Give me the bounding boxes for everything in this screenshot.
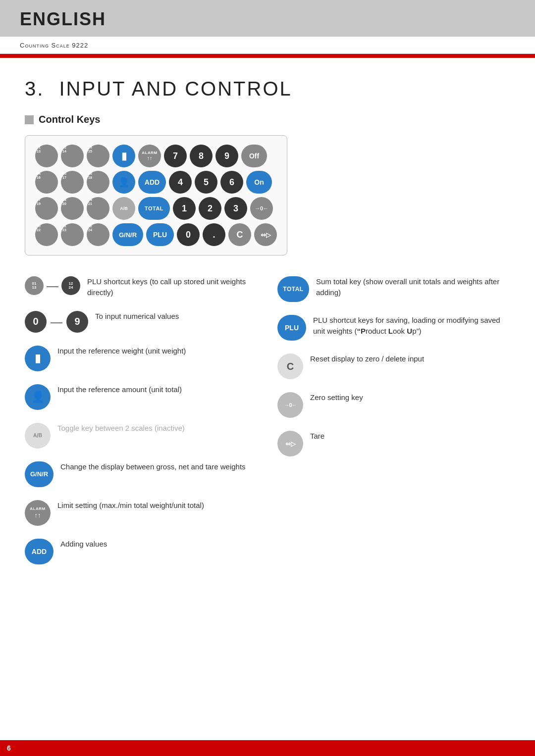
key-01-13[interactable]: 0113 (35, 145, 58, 167)
key-c[interactable]: C (228, 223, 251, 246)
description-grid: 01 13 — 12 24 PLU shortcut keys (to call… (25, 276, 510, 577)
desc-ref-label: Input the reference amount (unit total) (57, 384, 182, 395)
desc-ref-key: 👤 Input the reference amount (unit total… (25, 384, 258, 410)
key-plu[interactable]: PLU (146, 223, 174, 246)
key-dot[interactable]: . (203, 223, 225, 246)
desc-c-label: Reset display to zero / delete input (310, 353, 424, 364)
desc-alarm-label: Limit setting (max./min total weight/uni… (57, 500, 204, 511)
section-number: 3. (25, 78, 44, 100)
desc-ref-icon: 👤 (25, 384, 51, 410)
square-bullet-icon (25, 115, 34, 124)
desc-total-label: Sum total key (show overall unit totals … (316, 276, 510, 298)
key-7[interactable]: 7 (164, 145, 187, 167)
keypad-row-1: 0113 0214 0315 ▮ ALARM ↑↑ 7 8 (35, 145, 277, 167)
key-07-19[interactable]: 0719 (35, 197, 58, 220)
desc-total-key: TOTAL Sum total key (show overall unit t… (277, 276, 510, 302)
key-alarm[interactable]: ALARM ↑↑ (138, 145, 161, 167)
desc-ab-icon: A/B (25, 423, 51, 449)
desc-plu-key: PLU PLU shortcut keys for saving, loadin… (277, 315, 510, 341)
desc-add-text: Adding values (60, 539, 107, 550)
plu-circle-start: 01 13 (25, 276, 44, 295)
desc-gnr-key: G/N/R Change the display between gross, … (25, 461, 258, 487)
key-total[interactable]: TOTAL (138, 197, 170, 220)
desc-zero-text: Zero setting key (310, 392, 363, 403)
key-tare[interactable]: ⇔▷ (254, 223, 277, 246)
main-content: 3. INPUT AND CONTROL Control Keys 0113 0… (0, 58, 535, 617)
range-dash-num: — (51, 315, 62, 329)
range-dash-plu: — (47, 279, 58, 293)
key-04-16[interactable]: 0416 (35, 171, 58, 194)
key-ab[interactable]: A/B (112, 197, 135, 220)
key-on[interactable]: On (246, 171, 272, 194)
key-ref[interactable]: 👤 (112, 171, 135, 194)
desc-plu-range-label: PLU shortcut keys (to call up stored uni… (87, 276, 258, 298)
keypad-row-2: 0416 0517 0618 👤 ADD 4 5 6 On (35, 171, 277, 194)
key-08-20[interactable]: 0820 (61, 197, 84, 220)
key-06-18[interactable]: 0618 (87, 171, 109, 194)
desc-total-text: Sum total key (show overall unit totals … (316, 276, 510, 298)
desc-num-range-label: To input numerical values (95, 311, 179, 322)
desc-plu-icon: PLU (277, 315, 306, 341)
key-1[interactable]: 1 (173, 197, 196, 220)
key-off[interactable]: Off (241, 145, 267, 167)
header-section: ENGLISH (0, 0, 535, 37)
key-02-14[interactable]: 0214 (61, 145, 84, 167)
desc-ref-text: Input the reference amount (unit total) (57, 384, 182, 395)
num-circle-zero: 0 (25, 311, 47, 333)
desc-num-range: 0 — 9 To input numerical values (25, 311, 258, 333)
desc-zero-icon: →0← (277, 392, 303, 418)
desc-col-left: 01 13 — 12 24 PLU shortcut keys (to call… (25, 276, 258, 577)
key-zero-set[interactable]: →0← (250, 197, 273, 220)
num-circle-nine: 9 (66, 311, 88, 333)
desc-zero-label: Zero setting key (310, 392, 363, 403)
desc-plu-range: 01 13 — 12 24 PLU shortcut keys (to call… (25, 276, 258, 298)
key-m[interactable]: ▮ (112, 145, 135, 167)
desc-plu-text: PLU shortcut keys for saving, loading or… (313, 315, 510, 337)
desc-m-key: ▮ Input the reference weight (unit weigh… (25, 346, 258, 371)
key-10-22[interactable]: 1022 (35, 223, 58, 246)
desc-alarm-text: Limit setting (max./min total weight/uni… (57, 500, 204, 511)
section-title-text: INPUT AND CONTROL (59, 78, 292, 100)
desc-m-text: Input the reference weight (unit weight) (57, 346, 186, 356)
desc-num-range-text: To input numerical values (95, 311, 179, 322)
key-3[interactable]: 3 (224, 197, 247, 220)
desc-tare-text: Tare (310, 431, 324, 442)
desc-tare-key: ⇔▷ Tare (277, 431, 510, 456)
key-2[interactable]: 2 (199, 197, 221, 220)
key-8[interactable]: 8 (190, 145, 213, 167)
desc-tare-label: Tare (310, 431, 324, 442)
keypad-row-3: 0719 0820 0921 A/B TOTAL 1 2 3 →0← (35, 197, 277, 220)
keypad-row-4: 1022 1123 1224 G/N/R PLU 0 . C ⇔▷ (35, 223, 277, 246)
key-5[interactable]: 5 (195, 171, 217, 194)
desc-col-right: TOTAL Sum total key (show overall unit t… (277, 276, 510, 577)
section-heading: 3. INPUT AND CONTROL (25, 78, 510, 100)
desc-total-icon: TOTAL (277, 276, 309, 302)
desc-m-label: Input the reference weight (unit weight) (57, 346, 186, 356)
key-05-17[interactable]: 0517 (61, 171, 84, 194)
desc-tare-icon: ⇔▷ (277, 431, 303, 456)
key-9[interactable]: 9 (215, 145, 238, 167)
subtitle-text: Counting Scale 9222 (20, 42, 88, 49)
key-09-21[interactable]: 0921 (87, 197, 109, 220)
key-0[interactable]: 0 (177, 223, 200, 246)
desc-ab-label: Toggle key between 2 scales (inactive) (57, 423, 185, 434)
desc-zero-key: →0← Zero setting key (277, 392, 510, 418)
control-keys-heading: Control Keys (25, 114, 510, 125)
footer-bar: 6 (0, 740, 535, 756)
desc-c-icon: C (277, 353, 303, 379)
desc-gnr-icon: G/N/R (25, 461, 54, 487)
page-number: 6 (7, 744, 11, 752)
key-03-15[interactable]: 0315 (87, 145, 109, 167)
control-keys-label: Control Keys (39, 114, 100, 125)
key-11-23[interactable]: 1123 (61, 223, 84, 246)
desc-alarm-icon: ALARM ↑↑ (25, 500, 51, 526)
key-gnr[interactable]: G/N/R (112, 223, 143, 246)
desc-gnr-label: Change the display between gross, net an… (60, 461, 246, 472)
key-12-24[interactable]: 1224 (87, 223, 109, 246)
key-6[interactable]: 6 (220, 171, 243, 194)
desc-add-icon: ADD (25, 539, 54, 564)
key-4[interactable]: 4 (169, 171, 192, 194)
desc-plu-label: PLU shortcut keys for saving, loading or… (313, 315, 510, 337)
desc-gnr-text: Change the display between gross, net an… (60, 461, 246, 472)
key-add[interactable]: ADD (138, 171, 166, 194)
